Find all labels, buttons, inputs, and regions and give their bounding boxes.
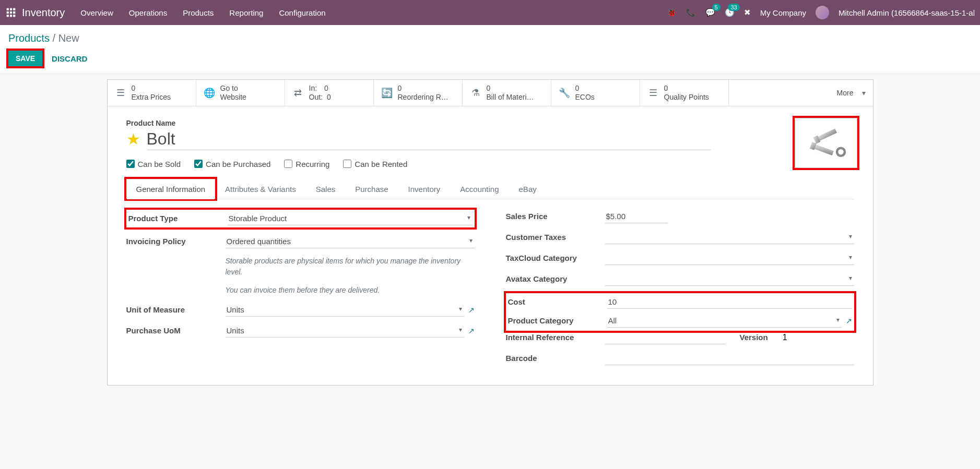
avatar[interactable] (816, 6, 829, 19)
barcode-input[interactable] (605, 352, 854, 365)
right-column: Sales Price Customer Taxes TaxCloud Cate… (506, 210, 854, 372)
svg-point-13 (837, 148, 845, 155)
bug-icon[interactable]: 🐞 (667, 8, 677, 17)
external-link-icon[interactable]: ↗ (468, 327, 475, 335)
chevron-down-icon: ▾ (862, 89, 866, 97)
product-name-input[interactable] (147, 128, 711, 150)
svg-rect-8 (13, 15, 15, 17)
breadcrumb-products[interactable]: Products (8, 32, 50, 44)
invoicing-select[interactable] (226, 235, 475, 248)
wrench-icon: 🔧 (559, 87, 570, 99)
product-type-select[interactable] (228, 212, 473, 225)
list-icon: ☰ (115, 87, 126, 99)
chat-count: 5 (712, 4, 721, 11)
tab-purchase[interactable]: Purchase (345, 179, 398, 199)
refresh-icon: 🔄 (381, 87, 393, 99)
activity-count: 33 (728, 4, 739, 11)
save-button[interactable]: SAVE (8, 51, 42, 66)
tab-general[interactable]: General Information (126, 179, 216, 199)
svg-rect-11 (813, 144, 833, 155)
list-icon: ☰ (647, 87, 659, 99)
svg-rect-2 (13, 8, 15, 10)
version-label: Version (740, 333, 768, 342)
stat-bom[interactable]: ⚗ 0Bill of Materi… (463, 80, 551, 106)
stat-website[interactable]: 🌐 Go toWebsite (196, 80, 285, 106)
product-type-label: Product Type (128, 212, 228, 223)
svg-rect-9 (817, 128, 837, 141)
category-label: Product Category (508, 314, 607, 325)
left-column: Product Type Invoicing Policy Storable p… (126, 210, 475, 372)
avatax-label: Avatax Category (506, 272, 605, 283)
check-sold[interactable]: Can be Sold (126, 160, 181, 169)
app-brand[interactable]: Inventory (22, 7, 65, 19)
check-recurring[interactable]: Recurring (284, 160, 329, 169)
svg-rect-5 (13, 11, 15, 14)
svg-rect-6 (7, 15, 9, 17)
exchange-icon: ⇄ (292, 87, 304, 99)
tabs: General Information Attributes & Variant… (126, 179, 854, 199)
control-panel: Products / New SAVE DISCARD (0, 25, 980, 74)
barcode-label: Barcode (506, 352, 605, 363)
menu-overview[interactable]: Overview (80, 8, 113, 17)
intref-input[interactable] (605, 331, 725, 344)
chat-icon[interactable]: 💬5 (705, 8, 715, 17)
invoicing-label: Invoicing Policy (126, 235, 226, 246)
tab-sales[interactable]: Sales (306, 179, 346, 199)
product-name-label: Product Name (126, 119, 854, 127)
settings-icon[interactable]: ✖ (744, 8, 751, 17)
favorite-star-icon[interactable]: ★ (126, 130, 140, 148)
svg-rect-3 (7, 11, 9, 14)
uom-select[interactable] (226, 303, 464, 317)
cost-label: Cost (508, 295, 607, 306)
activity-icon[interactable]: 🕓33 (725, 8, 735, 17)
discard-button[interactable]: DISCARD (52, 54, 87, 63)
flask-icon: ⚗ (470, 87, 481, 99)
stat-ecos[interactable]: 🔧 0ECOs (551, 80, 640, 106)
menu-reporting[interactable]: Reporting (229, 8, 263, 17)
puom-select[interactable] (226, 324, 464, 338)
tab-variants[interactable]: Attributes & Variants (215, 179, 306, 199)
phone-icon[interactable]: 📞 (686, 8, 696, 17)
svg-rect-1 (10, 8, 12, 10)
top-nav: Inventory Overview Operations Products R… (0, 0, 980, 25)
stat-buttons: ☰ 0Extra Prices 🌐 Go toWebsite ⇄ In:0 Ou… (108, 80, 873, 106)
help-text-1: Storable products are physical items for… (226, 256, 475, 278)
stat-in-out[interactable]: ⇄ In:0 Out:0 (285, 80, 374, 106)
stat-reordering[interactable]: 🔄 0Reordering R… (374, 80, 463, 106)
puom-label: Purchase UoM (126, 324, 226, 335)
intref-label: Internal Reference (506, 331, 605, 342)
avatax-select[interactable] (605, 272, 854, 286)
globe-icon: 🌐 (204, 87, 215, 99)
company-label[interactable]: My Company (760, 8, 806, 17)
breadcrumb-current: New (58, 32, 79, 44)
taxcloud-select[interactable] (605, 251, 854, 265)
stat-quality[interactable]: ☰ 0Quality Points (640, 80, 729, 106)
taxcloud-label: TaxCloud Category (506, 251, 605, 262)
stat-extra-prices[interactable]: ☰ 0Extra Prices (108, 80, 196, 106)
menu-products[interactable]: Products (183, 8, 214, 17)
customer-taxes-label: Customer Taxes (506, 231, 605, 242)
main-menu: Overview Operations Products Reporting C… (80, 8, 325, 17)
external-link-icon[interactable]: ↗ (846, 317, 852, 325)
sales-price-label: Sales Price (506, 210, 605, 221)
tab-ebay[interactable]: eBay (509, 179, 547, 199)
customer-taxes-select[interactable] (605, 231, 854, 244)
external-link-icon[interactable]: ↗ (468, 306, 475, 314)
cost-input[interactable] (607, 295, 852, 309)
check-purchased[interactable]: Can be Purchased (194, 160, 270, 169)
version-value: 1 (783, 333, 787, 342)
user-label[interactable]: Mitchell Admin (16566864-saas-15-1-al (839, 8, 975, 17)
product-image[interactable] (795, 118, 857, 168)
menu-configuration[interactable]: Configuration (279, 8, 325, 17)
stat-more[interactable]: More ▾ (816, 80, 873, 106)
sales-price-input[interactable] (605, 210, 668, 223)
tab-inventory[interactable]: Inventory (398, 179, 451, 199)
apps-icon[interactable] (5, 7, 17, 18)
breadcrumb: Products / New (8, 32, 972, 44)
check-rented[interactable]: Can be Rented (343, 160, 407, 169)
svg-rect-7 (10, 15, 12, 17)
category-select[interactable] (607, 314, 842, 328)
tab-accounting[interactable]: Accounting (450, 179, 509, 199)
help-text-2: You can invoice them before they are del… (226, 285, 475, 296)
menu-operations[interactable]: Operations (129, 8, 167, 17)
